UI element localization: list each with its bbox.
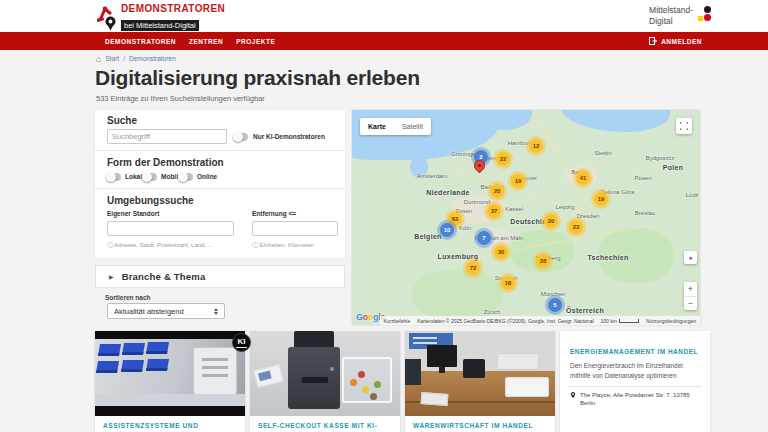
demonstrator-card[interactable]: SELF-CHECKOUT KASSE MIT KI- xyxy=(250,331,400,432)
map-city-label: Zürich xyxy=(484,309,501,315)
lokal-toggle[interactable] xyxy=(107,173,121,181)
card-title[interactable]: ENERGIEMANAGEMENT IM HANDEL xyxy=(570,348,698,355)
map-city-label: Stettin xyxy=(594,150,611,156)
map-cluster-marker[interactable]: 20 xyxy=(544,214,558,228)
map-type-control: Karte Satellit xyxy=(360,118,431,135)
map-city-label: Amsterdam xyxy=(417,173,448,179)
map-cluster-marker[interactable]: 28 xyxy=(536,254,550,268)
sort-label: Sortieren nach xyxy=(105,294,151,301)
divider xyxy=(95,150,345,151)
map-city-label: Österreich xyxy=(566,307,604,314)
card-description: Den Energieverbrauch im Einzelhandel mit… xyxy=(570,361,702,381)
map-city-label: Luxemburg xyxy=(438,253,479,260)
map-cluster-marker[interactable]: 7 xyxy=(477,231,491,245)
page-title: Digitalisierung praxisnah erleben xyxy=(95,66,420,90)
location-input[interactable] xyxy=(107,221,234,236)
map-cluster-marker[interactable]: 22 xyxy=(496,152,510,166)
zoom-in-button[interactable]: + xyxy=(684,282,697,297)
map-zoom-control: + − xyxy=(684,282,697,310)
card-title[interactable]: WARENWIRTSCHAFT IM HANDEL xyxy=(405,416,555,429)
breadcrumb-separator: / xyxy=(123,55,125,62)
logo-line2: bei Mittelstand-Digital xyxy=(121,20,199,31)
form-heading: Form der Demonstration xyxy=(107,157,224,168)
baltic-water xyxy=(560,110,670,132)
map-cluster-marker[interactable]: 30 xyxy=(494,245,508,259)
map-city-label: Łódź xyxy=(685,192,698,198)
location-hint: ⓘ Adresse, Stadt, Postleitzahl, Land, ..… xyxy=(107,241,213,250)
map-cluster-marker[interactable]: 23 xyxy=(569,220,583,234)
map-cluster-marker[interactable]: 19 xyxy=(511,174,525,188)
zoom-out-button[interactable]: − xyxy=(684,297,697,311)
demonstrator-card[interactable]: WARENWIRTSCHAFT IM HANDEL xyxy=(405,331,555,432)
map-cluster-marker[interactable]: 19 xyxy=(594,192,608,206)
mittelstand-digital-logo: Mittelstand- Digital xyxy=(649,5,711,27)
map-city-label: Posen xyxy=(634,175,651,181)
map-city-label: Belgien xyxy=(414,233,441,240)
home-icon[interactable]: ⌂ xyxy=(96,56,101,62)
german-flag-dots-icon xyxy=(698,5,711,27)
online-toggle[interactable] xyxy=(179,173,193,181)
mobil-toggle[interactable] xyxy=(143,173,157,181)
breadcrumb-start[interactable]: Start xyxy=(105,55,119,62)
mobil-toggle-label: Mobil xyxy=(161,173,178,180)
distance-input[interactable] xyxy=(252,221,338,236)
search-input[interactable] xyxy=(107,129,227,144)
sort-select[interactable]: Aktualität absteigend xyxy=(107,303,225,319)
filter-panel: Suche Nur KI-Demonstratoren Form der Dem… xyxy=(95,110,345,258)
card-title[interactable]: SELF-CHECKOUT KASSE MIT KI- xyxy=(250,416,400,429)
keyboard-shortcuts-link[interactable]: Kurzbefehle xyxy=(384,318,411,324)
map-cluster-marker[interactable]: 20 xyxy=(490,184,504,198)
map-cluster-marker[interactable]: 5 xyxy=(548,298,562,312)
map-cluster-marker[interactable]: 37 xyxy=(487,204,501,218)
map-city-label: Dortmund xyxy=(464,199,490,205)
branch-theme-label: Branche & Thema xyxy=(122,271,206,282)
demonstrator-card[interactable]: KI ASSISTENZSYSTEME UND xyxy=(95,331,245,432)
demonstrator-card-text[interactable]: ENERGIEMANAGEMENT IM HANDEL Den Energiev… xyxy=(560,331,710,432)
breadcrumb-current[interactable]: Demonstratoren xyxy=(129,55,176,62)
divider xyxy=(568,386,702,387)
app-window: DEMONSTRATOREN bei Mittelstand-Digital M… xyxy=(0,0,768,432)
pegman-control[interactable]: ● xyxy=(684,251,697,264)
map-cluster-marker[interactable]: 10 xyxy=(440,223,454,237)
map-cluster-marker[interactable]: 41 xyxy=(576,171,590,185)
map-city-label: Bydgoszcz xyxy=(645,155,674,161)
nav-item-zentren[interactable]: ZENTREN xyxy=(189,38,223,45)
map-city-label: Kassel xyxy=(505,206,523,212)
branch-theme-accordion[interactable]: ▶ Branche & Thema xyxy=(95,265,345,288)
vicinity-heading: Umgebungssuche xyxy=(107,195,194,206)
nav-item-projekte[interactable]: PROJEKTE xyxy=(236,38,275,45)
card-image xyxy=(95,331,245,416)
map-canvas[interactable]: Karte Satellit ● + − Google Kurzbefehle … xyxy=(352,110,700,325)
card-address: The Playce, Alte Potsdamer Str. 7, 10785… xyxy=(570,391,704,408)
lokal-toggle-label: Lokal xyxy=(125,173,142,180)
ki-only-toggle[interactable] xyxy=(234,133,248,141)
map-city-label: München xyxy=(541,291,566,297)
map-city-label: Niederlande xyxy=(426,189,469,196)
site-logo[interactable]: DEMONSTRATOREN bei Mittelstand-Digital xyxy=(97,3,225,32)
card-image xyxy=(405,331,555,416)
scale-bar xyxy=(619,319,639,323)
terms-link[interactable]: Nutzungsbedingungen xyxy=(646,318,696,324)
map-city-label: Tschechien xyxy=(588,254,629,261)
distance-label: Entfernung <= xyxy=(252,210,296,217)
ki-badge: KI xyxy=(232,333,251,352)
logo-line1: DEMONSTRATOREN xyxy=(121,3,225,14)
map-tab-satellit[interactable]: Satellit xyxy=(394,118,431,135)
site-header: DEMONSTRATOREN bei Mittelstand-Digital M… xyxy=(0,0,768,32)
main-nav: DEMONSTRATOREN ZENTREN PROJEKTE ANMELDEN xyxy=(0,32,768,50)
map-cluster-marker[interactable]: 72 xyxy=(466,261,480,275)
map-cluster-marker[interactable]: 16 xyxy=(501,276,515,290)
map-city-label: Leipzig xyxy=(555,204,574,210)
login-button[interactable]: ANMELDEN xyxy=(649,37,702,45)
nav-item-demonstratoren[interactable]: DEMONSTRATOREN xyxy=(105,38,176,45)
chevron-right-icon: ▶ xyxy=(109,273,114,280)
fullscreen-button[interactable] xyxy=(676,118,692,134)
map-tab-karte[interactable]: Karte xyxy=(360,118,394,135)
card-title[interactable]: ASSISTENZSYSTEME UND xyxy=(95,416,245,429)
online-toggle-label: Online xyxy=(197,173,217,180)
map-city-label: Dresden xyxy=(577,213,600,219)
card-image xyxy=(250,331,400,416)
map-city-label: Breslau xyxy=(635,210,655,216)
map-city-label: Köln xyxy=(459,225,471,231)
map-cluster-marker[interactable]: 12 xyxy=(529,139,543,153)
